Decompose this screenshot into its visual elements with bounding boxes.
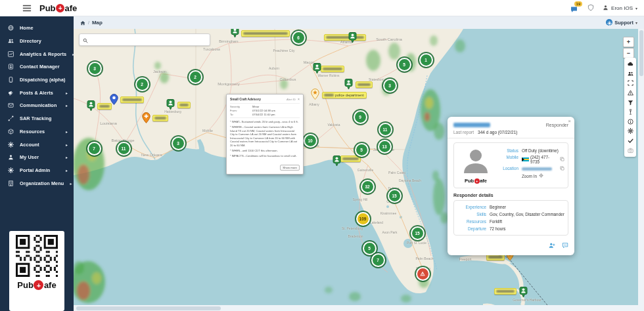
- responder-pin[interactable]: [333, 156, 341, 167]
- map-unit-label[interactable]: [356, 81, 373, 88]
- cluster-marker[interactable]: 1: [419, 53, 433, 67]
- zoom-out-button[interactable]: −: [623, 48, 634, 58]
- chat-icon[interactable]: [562, 239, 568, 251]
- map-unit-label[interactable]: [177, 102, 191, 108]
- sidebar-item-analytics-reports[interactable]: Analytics & Reports▸: [0, 47, 74, 60]
- user-menu[interactable]: Eron IOS ▾: [603, 5, 637, 12]
- warning-button[interactable]: [624, 89, 636, 98]
- check-button[interactable]: [624, 136, 636, 146]
- map-unit-label[interactable]: [152, 115, 168, 121]
- cluster-marker[interactable]: 109: [356, 212, 370, 226]
- cluster-marker[interactable]: 32: [361, 180, 375, 194]
- alert-title: Small Craft Advisory: [230, 98, 287, 101]
- cluster-marker[interactable]: 9: [354, 110, 367, 124]
- show-more-button[interactable]: Show more: [280, 165, 300, 171]
- cluster-marker[interactable]: 7: [371, 253, 385, 267]
- zoom-in-link[interactable]: Zoom In: [522, 173, 543, 178]
- antenna-button[interactable]: [624, 108, 636, 117]
- support-menu[interactable]: Support ▾: [606, 19, 637, 26]
- scrollbar-thumb[interactable]: [76, 306, 221, 310]
- responder-pin[interactable]: [344, 79, 353, 90]
- sidebar-item-posts-alerts[interactable]: Posts & Alerts▸: [0, 86, 74, 99]
- mobile-user-pin[interactable]: [110, 94, 118, 105]
- sidebar-item-organization-menu[interactable]: Organization Menu▸: [0, 176, 74, 190]
- cluster-marker[interactable]: 15: [388, 189, 402, 203]
- sidebar-item-communication[interactable]: Communication▸: [0, 99, 74, 112]
- resources-value: Forklift: [490, 219, 564, 224]
- close-icon[interactable]: ×: [298, 97, 300, 101]
- cluster-marker[interactable]: 2: [135, 77, 149, 91]
- sidebar-item-home[interactable]: Home: [0, 22, 74, 35]
- copy-icon[interactable]: [560, 166, 564, 171]
- redacted-text: [99, 105, 110, 108]
- vertical-scrollbar[interactable]: [638, 29, 644, 305]
- medical-pin[interactable]: [142, 112, 150, 123]
- shield-icon[interactable]: [587, 2, 594, 14]
- chevron-right-icon: ▸: [72, 52, 74, 56]
- map-unit-label[interactable]: [321, 66, 344, 72]
- sidebar-item-my-user[interactable]: My User▸: [0, 151, 74, 164]
- scrollbar-thumb[interactable]: [639, 30, 643, 76]
- close-icon[interactable]: ×: [568, 118, 571, 124]
- map-city-label: Mobile: [202, 129, 213, 133]
- camera-button[interactable]: [624, 146, 636, 155]
- sidebar-item-dispatching-alpha[interactable]: Dispatching (alpha): [0, 73, 74, 87]
- sidebar-item-directory[interactable]: Directory: [0, 35, 74, 48]
- responder-pin[interactable]: [87, 100, 95, 112]
- add-user-icon[interactable]: [549, 239, 555, 251]
- selection-button[interactable]: [624, 79, 636, 88]
- responder-name-redacted[interactable]: [453, 123, 490, 127]
- cluster-marker[interactable]: 3: [88, 62, 102, 75]
- messages-button[interactable]: 19: [570, 4, 579, 12]
- cluster-marker[interactable]: 5: [363, 241, 377, 255]
- cluster-marker[interactable]: 11: [379, 123, 392, 136]
- responder-pin[interactable]: [313, 63, 321, 74]
- responder-pin[interactable]: [166, 99, 175, 110]
- zoom-in-button[interactable]: +: [623, 37, 634, 47]
- sidebar-item-portal-admin[interactable]: Portal Admin▸: [0, 164, 74, 177]
- home-icon[interactable]: [80, 16, 85, 28]
- sidebar-item-account[interactable]: Account▸: [0, 138, 74, 151]
- cluster-marker[interactable]: 5: [398, 58, 411, 72]
- team-button[interactable]: [624, 70, 636, 79]
- alert-field-value: 07/01/22 04:38 am: [252, 109, 300, 112]
- megaphone-icon: [8, 90, 14, 96]
- copy-icon[interactable]: [560, 157, 564, 162]
- responder-pin[interactable]: [519, 287, 528, 298]
- cluster-marker[interactable]: ⚠: [416, 267, 430, 281]
- search-input[interactable]: [91, 37, 206, 43]
- redacted-text: [324, 94, 334, 97]
- horizontal-scrollbar[interactable]: [74, 305, 644, 311]
- sidebar-item-contact-manager[interactable]: Contact Manager: [0, 60, 74, 73]
- map-city-label: St. Petersburg: [342, 226, 363, 230]
- sidebar-item-sar-tracking[interactable]: SAR Tracking: [0, 112, 74, 125]
- phone-icon: [8, 77, 14, 83]
- map-unit-label[interactable]: [494, 288, 517, 295]
- cluster-marker[interactable]: 10: [304, 134, 317, 148]
- responder-pin[interactable]: [348, 32, 357, 43]
- menu-button[interactable]: [22, 4, 32, 12]
- map-canvas[interactable]: BirminghamTuscaloosaPeachtree CityAtlant…: [74, 29, 638, 305]
- cluster-marker[interactable]: 3: [383, 79, 397, 93]
- cluster-marker[interactable]: 3: [172, 136, 185, 150]
- poi-star-pin[interactable]: [311, 89, 319, 100]
- cluster-marker[interactable]: 5: [355, 143, 369, 157]
- cluster-marker[interactable]: 15: [411, 226, 425, 240]
- cluster-marker[interactable]: 13: [378, 140, 392, 154]
- cluster-marker[interactable]: 7: [87, 142, 101, 156]
- map-unit-label[interactable]: [241, 30, 290, 37]
- cluster-marker[interactable]: 6: [292, 31, 306, 45]
- map-unit-label[interactable]: [120, 96, 144, 103]
- map-unit-label[interactable]: police department: [322, 92, 367, 98]
- filter-button[interactable]: [624, 98, 636, 107]
- sidebar-item-resources[interactable]: Resources▸: [0, 125, 74, 138]
- experience-value: Beginner: [490, 205, 564, 209]
- gear-button[interactable]: [624, 127, 636, 136]
- cloud-button[interactable]: [624, 60, 636, 69]
- cluster-marker[interactable]: 2: [189, 70, 202, 84]
- map-unit-label[interactable]: [324, 34, 366, 41]
- map-unit-label[interactable]: [340, 156, 361, 162]
- responder-pin[interactable]: [231, 29, 239, 38]
- cluster-marker[interactable]: 11: [117, 142, 131, 156]
- info-button[interactable]: [624, 117, 636, 127]
